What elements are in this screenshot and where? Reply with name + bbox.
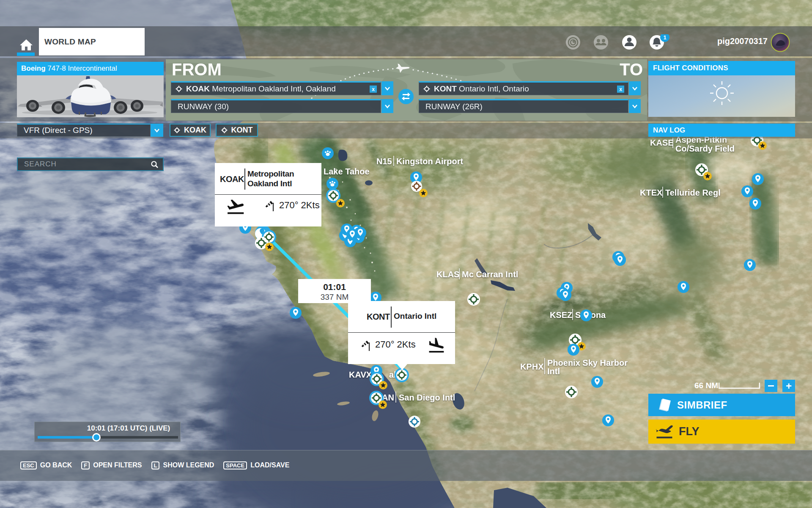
- svg-text:KASE: KASE: [650, 138, 674, 147]
- svg-text:Co/Sardy Field: Co/Sardy Field: [675, 144, 735, 153]
- svg-text:1: 1: [663, 34, 666, 41]
- svg-text:KTEX: KTEX: [640, 188, 663, 197]
- svg-text:Kingston Airport: Kingston Airport: [396, 157, 463, 166]
- svg-text:Lake Tahoe: Lake Tahoe: [324, 167, 370, 176]
- svg-text:Mc Carran Intl: Mc Carran Intl: [462, 270, 518, 279]
- svg-text:KPHX: KPHX: [520, 362, 544, 371]
- svg-text:KLAS: KLAS: [436, 270, 459, 279]
- svg-text:Intl: Intl: [547, 367, 560, 376]
- svg-text:KSEZ: KSEZ: [550, 310, 572, 320]
- svg-text:Phoenix Sky Harbor: Phoenix Sky Harbor: [547, 358, 628, 367]
- svg-text:KAVX: KAVX: [349, 370, 372, 379]
- svg-text:Telluride Regl: Telluride Regl: [665, 188, 721, 197]
- svg-text:San Diego Intl: San Diego Intl: [399, 393, 455, 402]
- svg-text:N15: N15: [376, 157, 392, 166]
